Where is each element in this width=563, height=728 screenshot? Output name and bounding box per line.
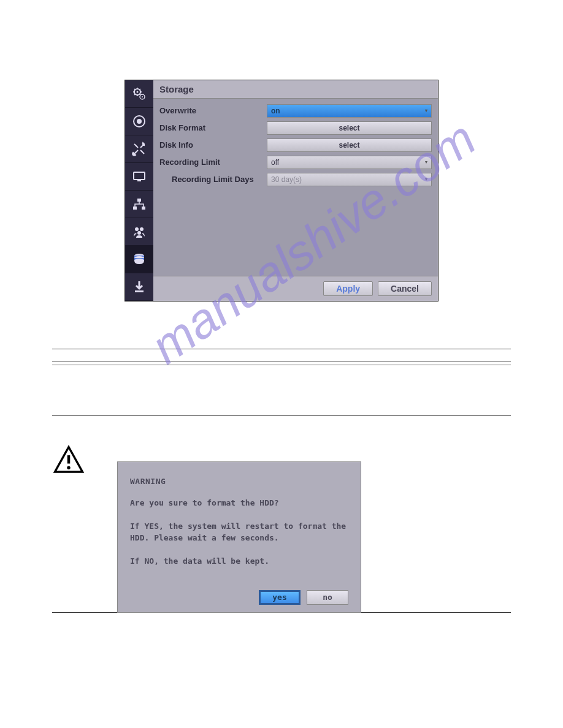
recording-limit-days-label: Recording Limit Days: [159, 175, 267, 184]
recording-limit-dropdown[interactable]: off ▾: [267, 156, 432, 169]
row-disk-format: Disk Format select: [159, 121, 432, 135]
gears-icon: [132, 86, 147, 101]
recording-limit-label: Recording Limit: [159, 157, 267, 167]
sidebar-item-download[interactable]: [125, 273, 153, 301]
disk-info-select-button[interactable]: select: [267, 138, 432, 152]
sidebar-item-settings[interactable]: [125, 80, 153, 108]
sidebar: [125, 80, 153, 301]
svg-rect-18: [135, 290, 144, 292]
svg-rect-8: [133, 207, 137, 210]
warning-dialog: WARNING Are you sure to format the HDD? …: [117, 461, 361, 613]
storage-panel: Storage Overwrite on ▾ Disk Format selec…: [124, 80, 439, 301]
no-button[interactable]: no: [307, 590, 348, 605]
divider: [52, 362, 511, 362]
row-recording-limit: Recording Limit off ▾: [159, 155, 432, 169]
svg-rect-6: [134, 172, 145, 180]
overwrite-value: on: [271, 107, 280, 115]
svg-point-3: [142, 96, 143, 97]
yes-button[interactable]: yes: [259, 590, 301, 605]
warning-text-2: If YES, the system will restart to forma…: [130, 520, 348, 544]
warning-text-1: Are you sure to format the HDD?: [130, 497, 348, 509]
warning-icon: [52, 444, 85, 477]
svg-rect-7: [137, 199, 141, 202]
content-area: Storage Overwrite on ▾ Disk Format selec…: [153, 80, 438, 301]
page-title: Storage: [153, 80, 438, 99]
footer-buttons: Apply Cancel: [153, 276, 438, 301]
network-icon: [132, 197, 147, 211]
chevron-down-icon: ▾: [425, 159, 427, 165]
overwrite-label: Overwrite: [159, 106, 267, 115]
sidebar-item-users[interactable]: [125, 218, 153, 246]
disk-info-label: Disk Info: [159, 140, 267, 150]
svg-rect-19: [67, 455, 71, 464]
disk-format-label: Disk Format: [159, 123, 267, 132]
disk-format-select-button[interactable]: select: [267, 121, 432, 135]
warning-text-3: If NO, the data will be kept.: [130, 555, 348, 567]
cancel-button[interactable]: Cancel: [378, 281, 432, 296]
users-icon: [132, 224, 147, 239]
sidebar-item-record[interactable]: [125, 108, 153, 135]
svg-point-5: [137, 119, 142, 124]
download-icon: [132, 279, 147, 294]
svg-point-20: [67, 466, 70, 469]
row-disk-info: Disk Info select: [159, 138, 432, 152]
overwrite-dropdown[interactable]: on ▾: [267, 104, 432, 118]
chevron-down-icon: ▾: [425, 108, 427, 113]
recording-limit-days-dropdown: 30 day(s) ▾: [267, 173, 432, 186]
recording-limit-value: off: [271, 158, 279, 167]
sidebar-item-storage[interactable]: [125, 246, 153, 273]
warning-button-row: yes no: [130, 590, 348, 605]
display-icon: [132, 169, 147, 184]
apply-button[interactable]: Apply: [323, 281, 373, 296]
chevron-down-icon: ▾: [425, 176, 427, 182]
row-recording-limit-days: Recording Limit Days 30 day(s) ▾: [159, 172, 432, 186]
svg-point-12: [137, 231, 141, 235]
sidebar-item-display[interactable]: [125, 163, 153, 191]
settings-body: Overwrite on ▾ Disk Format select Disk I…: [153, 99, 438, 276]
warning-section: WARNING Are you sure to format the HDD? …: [52, 444, 511, 613]
svg-rect-9: [142, 207, 145, 210]
svg-point-1: [137, 91, 139, 93]
divider: [52, 415, 511, 416]
row-overwrite: Overwrite on ▾: [159, 104, 432, 118]
tools-icon: [132, 142, 147, 156]
sidebar-item-network[interactable]: [125, 191, 153, 218]
recording-limit-days-value: 30 day(s): [271, 175, 302, 184]
storage-icon: [132, 252, 147, 267]
svg-point-10: [135, 227, 139, 231]
warning-title: WARNING: [130, 477, 348, 486]
svg-point-11: [140, 227, 144, 231]
record-icon: [132, 114, 147, 129]
sidebar-item-tools[interactable]: [125, 135, 153, 163]
